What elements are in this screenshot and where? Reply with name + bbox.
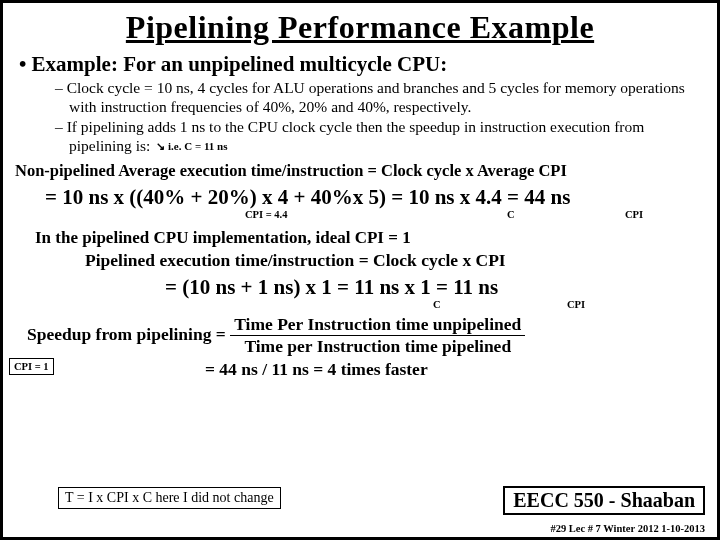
example-heading: Example: For an unpipelined multicycle C… <box>33 52 705 77</box>
footer: #29 Lec # 7 Winter 2012 1-10-2013 <box>550 523 705 534</box>
speedup-line: Speedup from pipelining = Time Per Instr… <box>27 314 705 357</box>
speedup-fraction: Time Per Instruction time unpipelined Ti… <box>230 314 525 357</box>
eq2-sub-cpi: CPI <box>567 299 585 310</box>
eq1-main: = 10 ns x ((40% + 20%) x 4 + 40%x 5) = 1… <box>45 185 570 209</box>
eq2-main: = (10 ns + 1 ns) x 1 = 11 ns x 1 = 11 ns <box>165 275 498 299</box>
ideal-cpi-line: In the pipelined CPU implementation, ide… <box>35 228 705 248</box>
eq2-sub-c: C <box>433 299 441 310</box>
bottom-note: T = I x CPI x C here I did not change <box>58 487 281 509</box>
eq1-sub-c: C <box>507 209 515 220</box>
nonpipelined-label: Non-pipelined Average execution time/ins… <box>15 161 705 181</box>
equation-pipelined: = (10 ns + 1 ns) x 1 = 11 ns x 1 = 11 ns… <box>165 275 705 300</box>
speedup-lhs: Speedup from pipelining = <box>27 324 226 344</box>
slide-title: Pipelining Performance Example <box>15 9 705 46</box>
bullet-pipelining-text: If pipelining adds 1 ns to the CPU clock… <box>67 118 645 154</box>
pipelined-label: Pipelined execution time/instruction = C… <box>85 250 705 271</box>
arrow-note: ↘ i.e. C = 11 ns <box>156 140 227 152</box>
eq1-sub-cpi2: CPI <box>625 209 643 220</box>
course-box: EECC 550 - Shaaban <box>503 486 705 515</box>
bullet-clock-cycle: Clock cycle = 10 ns, 4 cycles for ALU op… <box>69 79 687 116</box>
cpi-box: CPI = 1 <box>9 358 54 375</box>
fraction-denominator: Time per Instruction time pipelined <box>230 336 525 357</box>
equation-nonpipelined: = 10 ns x ((40% + 20%) x 4 + 40%x 5) = 1… <box>45 185 705 210</box>
fraction-numerator: Time Per Instruction time unpipelined <box>230 314 525 336</box>
speedup-result: = 44 ns / 11 ns = 4 times faster <box>205 359 705 380</box>
bullet-pipelining-adds: If pipelining adds 1 ns to the CPU clock… <box>69 118 687 155</box>
eq1-sub-cpi: CPI = 4.4 <box>245 209 287 220</box>
slide: Pipelining Performance Example Example: … <box>0 0 720 540</box>
